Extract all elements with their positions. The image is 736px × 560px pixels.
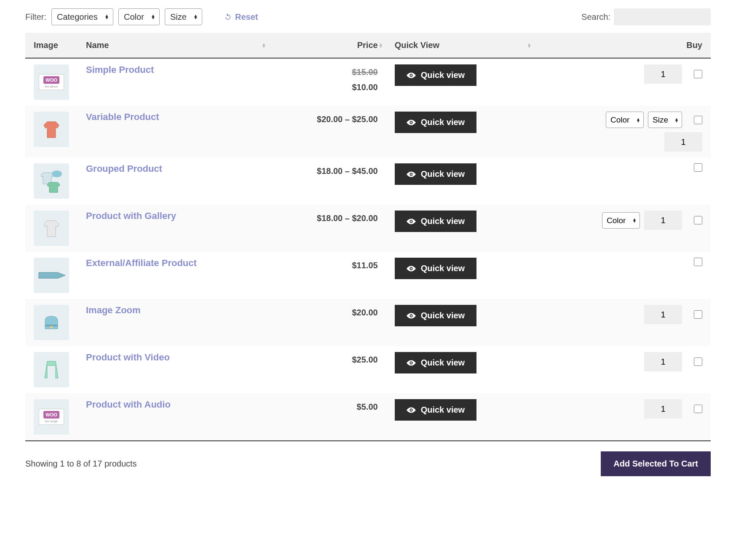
col-image: Image (25, 33, 78, 58)
categories-select[interactable]: Categories (51, 8, 113, 25)
svg-point-0 (410, 75, 412, 76)
svg-point-4 (410, 221, 412, 222)
size-select-wrap: Size ▲▼ (165, 8, 202, 25)
eye-icon (407, 171, 416, 177)
select-row-checkbox[interactable] (694, 70, 702, 78)
price-value: $15.00$10.00 (278, 64, 377, 95)
reset-link[interactable]: Reset (224, 12, 258, 22)
quantity-input[interactable] (644, 352, 682, 371)
filter-label: Filter: (25, 12, 46, 22)
product-thumbnail[interactable] (34, 163, 69, 199)
svg-point-10 (410, 409, 412, 411)
product-name-link[interactable]: Simple Product (86, 64, 154, 75)
table-row: Product with Video$25.00Quick view (25, 346, 711, 393)
quick-view-button[interactable]: Quick view (395, 112, 477, 133)
quantity-input[interactable] (664, 132, 702, 152)
col-buy: Buy (535, 33, 711, 58)
table-row: External/Affiliate Product$11.05Quick vi… (25, 252, 711, 299)
price-value: $18.00 – $20.00 (278, 211, 377, 226)
select-row-checkbox[interactable] (694, 258, 702, 266)
product-thumbnail[interactable] (34, 112, 69, 147)
quantity-input[interactable] (644, 64, 682, 84)
sort-icon: ▲▼ (379, 43, 383, 48)
product-name-link[interactable]: Product with Audio (86, 399, 171, 410)
table-row: Grouped Product$18.00 – $45.00Quick view (25, 157, 711, 205)
search-label: Search: (581, 12, 610, 22)
select-row-checkbox[interactable] (694, 216, 702, 224)
undo-icon (224, 13, 232, 21)
quantity-input[interactable] (644, 399, 682, 419)
product-name-link[interactable]: External/Affiliate Product (86, 258, 197, 268)
variant-color-select[interactable]: Color (602, 212, 640, 229)
select-row-checkbox[interactable] (694, 357, 702, 366)
sort-icon: ▲▼ (527, 43, 531, 48)
price-value: $18.00 – $45.00 (278, 163, 377, 179)
table-row: Variable Product$20.00 – $25.00Quick vie… (25, 106, 711, 157)
quick-view-button[interactable]: Quick view (395, 211, 477, 232)
svg-point-3 (410, 173, 412, 175)
product-thumbnail[interactable] (34, 305, 69, 340)
quick-view-button[interactable]: Quick view (395, 305, 477, 326)
eye-icon (407, 407, 416, 413)
price-value: $25.00 (278, 352, 377, 367)
table-row: WOOthe albumSimple Product$15.00$10.00Qu… (25, 58, 711, 106)
svg-point-7 (50, 326, 53, 328)
svg-point-8 (410, 315, 412, 317)
product-name-link[interactable]: Image Zoom (86, 305, 141, 315)
product-name-link[interactable]: Product with Video (86, 352, 170, 363)
product-table: Image Name▲▼ Price▲▼ Quick View▲▼ Buy WO… (25, 33, 711, 440)
price-value: $5.00 (278, 399, 377, 414)
product-name-link[interactable]: Variable Product (86, 112, 159, 122)
add-selected-to-cart-button[interactable]: Add Selected To Cart (601, 451, 711, 476)
filter-bar: Filter: Categories ▲▼ Color ▲▼ Size ▲▼ R… (25, 8, 711, 25)
product-name-link[interactable]: Product with Gallery (86, 211, 176, 221)
table-row: Product with Gallery$18.00 – $20.00Quick… (25, 205, 711, 252)
select-row-checkbox[interactable] (694, 310, 702, 319)
color-filter-select[interactable]: Color (118, 8, 160, 25)
quick-view-button[interactable]: Quick view (395, 64, 477, 86)
table-row: Image Zoom$20.00Quick view (25, 299, 711, 346)
select-row-checkbox[interactable] (694, 163, 702, 172)
variant-size-select[interactable]: Size (648, 112, 682, 128)
eye-icon (407, 266, 416, 272)
product-thumbnail[interactable] (34, 352, 69, 387)
product-thumbnail[interactable]: WOOthe single (34, 399, 69, 435)
eye-icon (407, 72, 416, 78)
variant-color-select[interactable]: Color (606, 112, 644, 128)
categories-select-wrap: Categories ▲▼ (51, 8, 113, 25)
quantity-input[interactable] (644, 211, 682, 230)
size-filter-select[interactable]: Size (165, 8, 202, 25)
col-quickview[interactable]: Quick View▲▼ (386, 33, 535, 58)
color-select-wrap: Color ▲▼ (118, 8, 160, 25)
select-row-checkbox[interactable] (694, 116, 702, 124)
product-thumbnail[interactable] (34, 211, 69, 246)
quick-view-button[interactable]: Quick view (395, 163, 477, 185)
price-value: $20.00 (278, 305, 377, 320)
svg-point-2 (52, 171, 62, 177)
select-row-checkbox[interactable] (694, 405, 702, 413)
eye-icon (407, 219, 416, 224)
quick-view-button[interactable]: Quick view (395, 258, 477, 279)
eye-icon (407, 120, 416, 125)
svg-point-5 (410, 268, 412, 269)
price-value: $20.00 – $25.00 (278, 112, 377, 127)
quantity-input[interactable] (644, 305, 682, 324)
quick-view-button[interactable]: Quick view (395, 399, 477, 421)
product-thumbnail[interactable]: WOOthe album (34, 64, 69, 100)
eye-icon (407, 360, 416, 366)
table-row: WOOthe singleProduct with Audio$5.00Quic… (25, 393, 711, 440)
product-name-link[interactable]: Grouped Product (86, 163, 162, 174)
col-name[interactable]: Name▲▼ (78, 33, 269, 58)
svg-point-9 (410, 362, 412, 364)
showing-text: Showing 1 to 8 of 17 products (25, 459, 137, 469)
search-wrap: Search: (581, 8, 711, 25)
search-input[interactable] (614, 8, 711, 25)
product-thumbnail[interactable] (34, 258, 69, 293)
svg-point-1 (410, 122, 412, 123)
quick-view-button[interactable]: Quick view (395, 352, 477, 373)
sort-icon: ▲▼ (262, 43, 266, 48)
col-price[interactable]: Price▲▼ (269, 33, 386, 58)
eye-icon (407, 313, 416, 319)
price-value: $11.05 (278, 258, 377, 273)
